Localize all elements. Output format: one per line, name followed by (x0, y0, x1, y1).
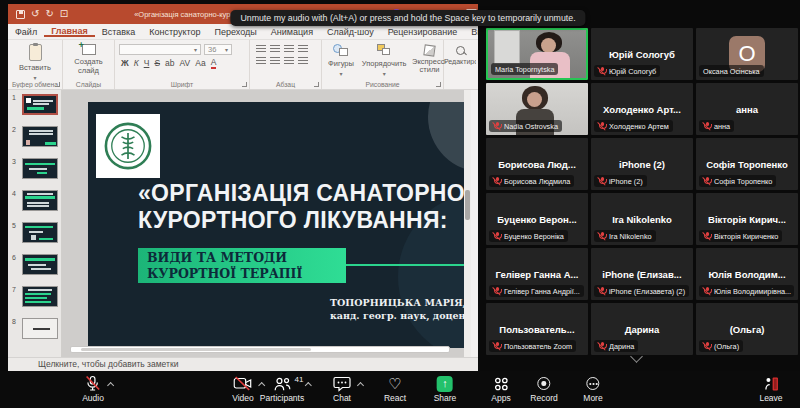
tab-insert[interactable]: Вставка (95, 27, 142, 37)
participant-tile[interactable]: Юрій Сологуб Юрій Сологуб (591, 28, 693, 80)
text-shadow-button[interactable]: ab (165, 58, 174, 68)
participant-tile[interactable]: Борисова Люд... Борисова Людмила (486, 138, 588, 190)
italic-button[interactable]: К (134, 58, 139, 68)
audio-button[interactable]: Audio (82, 375, 104, 403)
slide-thumbnail-6[interactable]: 6 (8, 252, 61, 282)
university-logo (96, 114, 160, 178)
chat-options-chevron-icon[interactable] (357, 382, 364, 389)
quick-styles-button[interactable]: Экспресс-стили (415, 40, 445, 77)
ribbon: Вставить ▾ Буфер обмена Создать слайд Сл… (8, 40, 478, 90)
numbering-button[interactable] (270, 45, 280, 53)
drawing-dialog-launcher[interactable] (436, 82, 441, 87)
slide-thumbnail-5[interactable]: 5 (8, 220, 61, 250)
horizontal-scrollbar[interactable] (70, 346, 450, 353)
shapes-button[interactable]: Фигуры ▾ (328, 40, 354, 77)
indent-increase-button[interactable] (298, 45, 308, 53)
slide-thumbnail-3[interactable]: 3 (8, 156, 61, 186)
record-button[interactable]: Record (530, 375, 557, 403)
underline-button[interactable]: Ч (144, 58, 150, 68)
participant-tile[interactable]: Холоденко Арт... Холоденко Артем (591, 83, 693, 135)
bold-button[interactable]: Ж (121, 58, 129, 68)
tab-view[interactable]: Вид (464, 27, 478, 37)
slide-thumbnail-1[interactable]: 1 (8, 92, 61, 122)
indent-decrease-button[interactable] (284, 45, 294, 53)
paragraph-dialog-launcher[interactable] (314, 82, 319, 87)
participant-tile-video[interactable]: Nadia Ostrovska (486, 83, 588, 135)
strikethrough-button[interactable]: S (154, 58, 160, 68)
slide-thumbnail-7[interactable]: 7 (8, 284, 61, 314)
align-right-button[interactable] (284, 57, 294, 65)
drawing-group: Фигуры ▾ Упорядочить ▾ Экспресс-стили Ри… (322, 40, 444, 89)
react-button[interactable]: ♡ React (384, 375, 406, 403)
change-case-button[interactable]: Aa (195, 58, 205, 68)
participant-name-label: Nadia Ostrovska (489, 120, 562, 132)
vertical-scrollbar[interactable] (464, 90, 471, 357)
slide-thumbnail-4[interactable]: 4 (8, 188, 61, 218)
share-button[interactable]: ↑ Share (434, 375, 457, 403)
mic-muted-icon (598, 67, 606, 76)
participant-tile[interactable]: Гелівер Ганна А... Гелівер Ганна Андрії.… (486, 248, 588, 300)
slide-author: ТОПОРНИЦЬКА МАРІЯ, канд. геогр. наук, до… (330, 296, 471, 322)
character-spacing-button[interactable]: AV (180, 58, 191, 68)
tab-review[interactable]: Рецензирование (381, 27, 465, 37)
tab-animations[interactable]: Анимация (264, 27, 320, 37)
tab-design[interactable]: Конструктор (142, 27, 207, 37)
slide-thumbnail-8[interactable]: 8 (8, 316, 61, 346)
participant-tile[interactable]: Вікторія Кирич... Вікторія Кириченко (696, 193, 798, 245)
participant-tile[interactable]: Юлія Володим... Юлія Володимирівна... (696, 248, 798, 300)
align-center-button[interactable] (270, 57, 280, 65)
tab-home[interactable]: Главная (44, 26, 95, 37)
participant-tile[interactable]: анна анна (696, 83, 798, 135)
tab-slideshow[interactable]: Слайд-шоу (320, 27, 381, 37)
redo-icon[interactable]: ↻ (45, 9, 53, 19)
participant-tile[interactable]: (Ольга) (Ольга) (696, 303, 798, 355)
editing-button[interactable]: Редактирование (444, 45, 478, 65)
participant-tile-video[interactable]: Maria Topornytska (486, 28, 588, 80)
mic-muted-icon (703, 232, 711, 241)
tab-file[interactable]: Файл (8, 27, 44, 37)
powerpoint-window: ↺ ↻ ⊡ «Організація санаторно-курортного … (8, 4, 478, 371)
bullets-button[interactable] (256, 45, 266, 53)
font-dialog-launcher[interactable] (242, 82, 247, 87)
participant-name-label: (Ольга) (699, 340, 743, 352)
participants-options-chevron-icon[interactable] (304, 382, 311, 389)
font-size-combo[interactable]: 36▾ (204, 44, 232, 55)
audio-options-chevron-icon[interactable] (107, 382, 114, 389)
participant-tile[interactable]: iPhone (2) iPhone (2) (591, 138, 693, 190)
quick-styles-icon (423, 44, 435, 56)
participant-tile[interactable]: Буценко Верон... Буценко Вероніка (486, 193, 588, 245)
font-color-button[interactable]: A (211, 57, 217, 69)
current-slide[interactable]: «ОРГАНІЗАЦІЯ САНАТОРНО- КУРОРТНОГО ЛІКУВ… (88, 102, 471, 348)
chat-button[interactable]: Chat (333, 375, 351, 403)
undo-icon[interactable]: ↺ (31, 9, 39, 19)
mic-muted-icon (493, 287, 501, 296)
participant-tile[interactable]: Софія Торопенко Софія Торопенко (696, 138, 798, 190)
more-button[interactable]: More (583, 375, 602, 403)
participant-tile[interactable]: iPhone (Елизав... iPhone (Елизавета) (2) (591, 248, 693, 300)
notes-placeholder[interactable]: Щелкните, чтобы добавить заметки (8, 357, 478, 371)
participant-name-label: Юрій Сологуб (594, 65, 660, 77)
arrange-icon (377, 44, 391, 57)
save-icon[interactable] (16, 10, 25, 19)
participant-tile[interactable]: Дарина Дарина (591, 303, 693, 355)
participant-tile-avatar[interactable]: O Оксана Осінська (696, 28, 798, 80)
apps-button[interactable]: Apps (491, 375, 510, 403)
leave-button[interactable]: Leave (759, 375, 782, 403)
align-left-button[interactable] (256, 57, 266, 65)
start-slideshow-icon[interactable]: ⊡ (60, 9, 68, 19)
font-name-combo[interactable]: ▾ (119, 44, 201, 55)
justify-button[interactable] (298, 57, 308, 65)
mic-muted-icon (493, 122, 501, 131)
arrange-button[interactable]: Упорядочить ▾ (362, 40, 407, 77)
participants-button[interactable]: 41 Participants (260, 375, 304, 403)
clipboard-dialog-launcher[interactable] (55, 82, 60, 87)
participant-tile[interactable]: Ira Nikolenko Ira Nikolenko (591, 193, 693, 245)
video-button[interactable]: Video (232, 375, 254, 403)
participant-tile[interactable]: Пользователь... Пользователь Zoom (486, 303, 588, 355)
mic-muted-icon (598, 287, 606, 296)
slide-thumbnail-2[interactable]: 2 (8, 124, 61, 154)
tab-transitions[interactable]: Переходы (208, 27, 264, 37)
new-slide-button[interactable]: Создать слайд (63, 44, 114, 75)
paste-button[interactable]: Вставить ▾ (8, 44, 62, 81)
green-accent-line (346, 264, 471, 266)
